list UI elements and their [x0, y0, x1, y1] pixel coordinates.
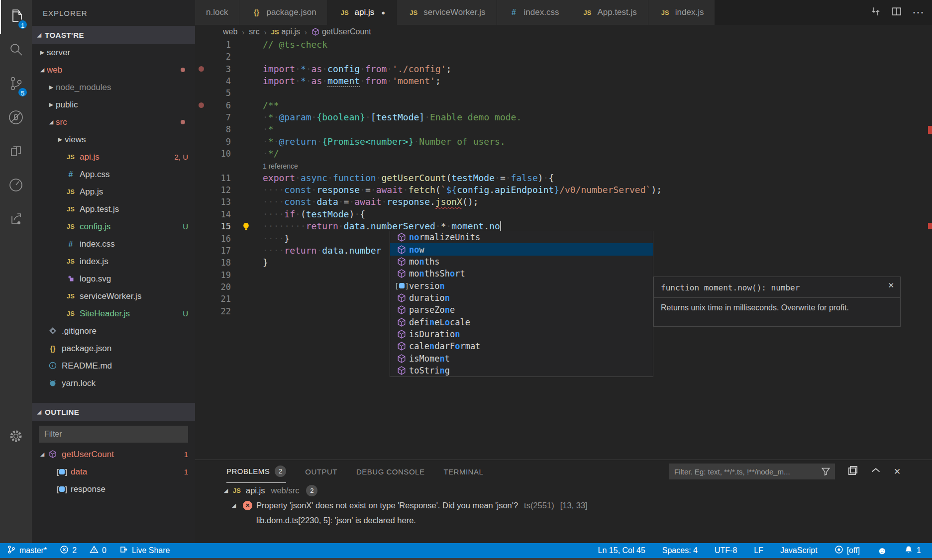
- status-live-share[interactable]: Live Share: [119, 545, 170, 556]
- gutter-margin[interactable]: [195, 196, 207, 208]
- breadcrumb-item-web[interactable]: web: [223, 27, 237, 36]
- gutter-margin[interactable]: [195, 184, 207, 196]
- status-feedback-smiley[interactable]: ☻: [877, 546, 887, 555]
- status-indentation[interactable]: Spaces: 4: [662, 546, 698, 555]
- gutter-margin[interactable]: [195, 208, 207, 220]
- editor-tab-index-js[interactable]: JSindex.js: [648, 0, 716, 25]
- suggest-item-isDuration[interactable]: isDuration: [390, 328, 653, 340]
- suggest-item-calendarFormat[interactable]: calendarFormat: [390, 340, 653, 352]
- file-tree-item-app-js[interactable]: JSApp.js: [32, 183, 195, 200]
- file-tree-item-node-modules[interactable]: ▶node_modules: [32, 79, 195, 96]
- modified-dot-icon[interactable]: ●: [381, 9, 385, 16]
- suggest-item-duration[interactable]: duration: [390, 292, 653, 304]
- editor-tab-api-js[interactable]: JSapi.js●: [328, 0, 397, 25]
- problems-filter-input[interactable]: [669, 464, 835, 479]
- breadcrumb-item-src[interactable]: src: [249, 27, 259, 36]
- breakpoint-icon[interactable]: [195, 99, 207, 111]
- status-encoding[interactable]: UTF-8: [715, 546, 737, 555]
- codelens-references[interactable]: 1 reference: [195, 160, 932, 172]
- panel-tab-debug-console[interactable]: DEBUG CONSOLE: [356, 460, 424, 483]
- gutter-margin[interactable]: [195, 245, 207, 257]
- activity-bar-item-explorer[interactable]: 1: [0, 0, 32, 34]
- file-tree-item-logo-svg[interactable]: logo.svg: [32, 270, 195, 287]
- outline-item-data[interactable]: []data1: [32, 463, 195, 480]
- gutter-margin[interactable]: [195, 220, 207, 232]
- file-tree-item-app-test-js[interactable]: JSApp.test.js: [32, 200, 195, 218]
- breadcrumb-item-api.js[interactable]: JSapi.js: [271, 27, 300, 36]
- collapse-all-icon[interactable]: [848, 466, 858, 478]
- gutter-margin[interactable]: [195, 111, 207, 123]
- gutter-margin[interactable]: [195, 269, 207, 281]
- gutter-margin[interactable]: [195, 51, 207, 63]
- gutter-margin[interactable]: [195, 305, 207, 317]
- activity-bar-item-history[interactable]: [0, 169, 32, 203]
- gutter-margin[interactable]: [195, 87, 207, 99]
- activity-bar-item-share[interactable]: [0, 203, 32, 237]
- maximize-panel-icon[interactable]: [871, 466, 881, 478]
- settings-gear-button[interactable]: [0, 420, 32, 454]
- gutter-margin[interactable]: [195, 172, 207, 184]
- close-icon[interactable]: ✕: [888, 281, 894, 290]
- file-tree-item-serviceworker-js[interactable]: JSserviceWorker.js: [32, 287, 195, 305]
- file-tree-item--gitignore[interactable]: .gitignore: [32, 322, 195, 340]
- suggest-item-normalizeUnits[interactable]: normalizeUnits: [390, 231, 653, 243]
- open-changes-icon[interactable]: [870, 6, 881, 19]
- close-panel-icon[interactable]: ✕: [894, 467, 901, 477]
- status-notifications-bell[interactable]: 1: [904, 545, 921, 556]
- editor-tab-package-json[interactable]: {}package.json: [239, 0, 327, 25]
- gutter-margin[interactable]: [195, 123, 207, 135]
- split-editor-icon[interactable]: [891, 6, 902, 19]
- file-tree-item-server[interactable]: ▶server: [32, 44, 195, 61]
- project-section-header[interactable]: ◢ TOAST'RE: [32, 26, 195, 44]
- file-tree-item-views[interactable]: ▶views: [32, 131, 195, 148]
- file-tree-item-config-js[interactable]: JSconfig.jsU: [32, 218, 195, 235]
- status-cursor-position[interactable]: Ln 15, Col 45: [598, 546, 645, 555]
- file-tree-item-yarn-lock[interactable]: yarn.lock: [32, 374, 195, 392]
- activity-bar-item-debug[interactable]: [0, 101, 32, 135]
- suggest-item-defineLocale[interactable]: defineLocale: [390, 316, 653, 328]
- file-tree-item-index-js[interactable]: JSindex.js: [32, 253, 195, 270]
- outline-item-response[interactable]: []response: [32, 480, 195, 498]
- activity-bar-item-search[interactable]: [0, 34, 32, 68]
- suggest-item-monthsShort[interactable]: monthsShort: [390, 268, 653, 280]
- file-tree-item-app-css[interactable]: #App.css: [32, 166, 195, 183]
- suggest-item-parseZone[interactable]: parseZone: [390, 304, 653, 316]
- status-eol[interactable]: LF: [754, 546, 763, 555]
- panel-tab-problems[interactable]: PROBLEMS2: [226, 460, 286, 483]
- status-screencast-mode[interactable]: [off]: [834, 545, 860, 556]
- breadcrumb-item-getusercount[interactable]: getUserCount: [311, 27, 371, 36]
- status-warnings[interactable]: 0: [90, 545, 106, 556]
- problem-error-row[interactable]: ◢ ✕ Property 'jsonX' does not exist on t…: [195, 498, 932, 513]
- editor-tab-index-css[interactable]: #index.css: [497, 0, 571, 25]
- editor-tab-n-lock[interactable]: n.lock: [195, 0, 239, 25]
- gutter-margin[interactable]: [195, 257, 207, 269]
- status-errors[interactable]: 2: [60, 545, 77, 556]
- gutter-margin[interactable]: [195, 75, 207, 87]
- gutter-margin[interactable]: [195, 281, 207, 293]
- suggest-item-version[interactable]: []version: [390, 280, 653, 291]
- problem-file-group[interactable]: ◢ JS api.js web/src 2: [195, 483, 932, 498]
- editor-tab-app-test-js[interactable]: JSApp.test.js: [570, 0, 648, 25]
- file-tree-item-public[interactable]: ▶public: [32, 96, 195, 113]
- file-tree-item-index-css[interactable]: #index.css: [32, 235, 195, 253]
- file-tree-item-api-js[interactable]: JSapi.js2, U: [32, 148, 195, 166]
- file-tree-item-readme-md[interactable]: README.md: [32, 357, 195, 374]
- gutter-margin[interactable]: [195, 136, 207, 148]
- activity-bar-item-extensions[interactable]: [0, 135, 32, 169]
- status-git-branch[interactable]: master*: [7, 545, 47, 556]
- outline-filter-input[interactable]: [39, 426, 188, 443]
- activity-bar-item-source-control[interactable]: 5: [0, 68, 32, 101]
- panel-tab-terminal[interactable]: TERMINAL: [443, 460, 483, 483]
- suggest-item-toString[interactable]: toString: [390, 365, 653, 376]
- file-tree-item-src[interactable]: ◢src: [32, 113, 195, 131]
- gutter-margin[interactable]: [195, 293, 207, 305]
- more-actions-icon[interactable]: ⋯: [912, 5, 925, 19]
- suggest-item-isMoment[interactable]: isMoment: [390, 352, 653, 364]
- code-editor[interactable]: 1// @ts-check23import·*·as·config·from·'…: [195, 39, 932, 460]
- breakpoint-icon[interactable]: [195, 63, 207, 75]
- file-tree-item-web[interactable]: ◢web: [32, 61, 195, 79]
- outline-section-header[interactable]: ◢ OUTLINE: [32, 403, 195, 421]
- suggest-item-now[interactable]: now: [390, 243, 653, 255]
- gutter-margin[interactable]: [195, 39, 207, 51]
- suggest-item-months[interactable]: months: [390, 256, 653, 268]
